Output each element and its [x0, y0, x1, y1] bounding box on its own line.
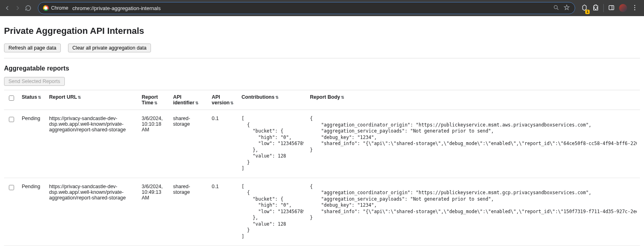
address-bar[interactable]: Chrome chrome://private-aggregation-inte…: [38, 2, 575, 14]
api-identifier-cell-value: shared-storage: [173, 116, 190, 127]
side-panel-icon[interactable]: [608, 4, 615, 12]
api-identifier-cell-value: shared-storage: [173, 184, 190, 195]
report-url-cell: https://privacy-sandcastle-dev-dsp.web.a…: [46, 178, 138, 246]
zoom-icon[interactable]: [553, 4, 559, 12]
col-header-report-time[interactable]: Report Time⇅: [138, 90, 170, 110]
api-identifier-cell: shared-storage: [170, 110, 208, 178]
report-url-cell-value: https://privacy-sandcastle-dev-dsp.web.a…: [49, 184, 126, 201]
url-text[interactable]: chrome://private-aggregation-internals: [72, 5, 549, 11]
contributions-cell: [ { "bucket": { "high": "0", "low": "123…: [238, 110, 307, 178]
report-body-cell: { "aggregation_coordinator_origin": "htt…: [307, 178, 640, 246]
row-checkbox-cell: [4, 178, 19, 246]
page-content: Private Aggregation API Internals Refres…: [0, 16, 644, 250]
sort-icon: ⇅: [230, 101, 233, 105]
contributions-cell: [ { "bucket": { "high": "0", "low": "123…: [238, 178, 307, 246]
extension-button[interactable]: 1: [581, 4, 588, 12]
api-version-cell-value: 0.1: [212, 116, 219, 121]
action-row: Refresh all page data Clear all private …: [4, 44, 640, 52]
contributions-cell-value: [ { "bucket": { "high": "0", "low": "123…: [242, 116, 303, 172]
svg-point-4: [634, 9, 635, 10]
table-header-row: Status⇅ Report URL⇅ Report Time⇅ API ide…: [4, 90, 640, 110]
report-url-cell: https://privacy-sandcastle-dev-dsp.web.a…: [46, 110, 138, 178]
report-time-cell-value: 3/6/2024, 10:49:13 AM: [142, 184, 163, 201]
select-all-checkbox[interactable]: [9, 95, 14, 101]
extensions-icon[interactable]: [592, 4, 599, 12]
api-version-cell: 0.1: [208, 110, 238, 178]
status-cell: Pending: [19, 110, 46, 178]
chrome-logo-icon: [43, 5, 49, 11]
svg-point-2: [634, 5, 635, 6]
clear-button[interactable]: Clear all private aggregation data: [68, 44, 151, 52]
status-cell-value: Pending: [22, 184, 40, 189]
report-time-cell: 3/6/2024, 10:49:13 AM: [138, 178, 170, 246]
row-checkbox[interactable]: [9, 117, 14, 122]
report-time-cell: 3/6/2024, 10:10:18 AM: [138, 110, 170, 178]
status-cell: Pending: [19, 178, 46, 246]
col-header-api-identifier[interactable]: API identifier⇅: [170, 90, 208, 110]
nav-buttons: [3, 4, 32, 12]
address-actions: [553, 4, 570, 12]
sort-icon: ⇅: [78, 95, 81, 100]
separator: [4, 58, 640, 58]
sort-icon: ⇅: [38, 95, 41, 100]
toolbar-right: 1: [578, 4, 641, 12]
col-header-report-body[interactable]: Report Body⇅: [307, 90, 640, 110]
reports-table: Status⇅ Report URL⇅ Report Time⇅ API ide…: [4, 90, 640, 246]
svg-point-3: [634, 7, 635, 8]
col-header-api-version[interactable]: API version⇅: [208, 90, 238, 110]
sort-icon: ⇅: [275, 95, 279, 100]
api-identifier-cell: shared-storage: [170, 178, 208, 246]
report-body-cell-value: { "aggregation_coordinator_origin": "htt…: [310, 184, 637, 221]
refresh-button[interactable]: Refresh all page data: [4, 44, 61, 52]
report-body-cell: { "aggregation_coordinator_origin": "htt…: [307, 110, 640, 178]
forward-button[interactable]: [14, 4, 22, 12]
svg-rect-1: [609, 5, 614, 10]
report-url-cell-value: https://privacy-sandcastle-dev-dsp.web.a…: [49, 116, 126, 133]
send-selected-button[interactable]: Send Selected Reports: [4, 77, 65, 86]
api-version-cell: 0.1: [208, 178, 238, 246]
row-checkbox[interactable]: [9, 185, 14, 190]
col-header-checkbox: [4, 90, 19, 110]
toolbar-divider: [603, 4, 604, 12]
profile-avatar[interactable]: [619, 4, 627, 12]
back-button[interactable]: [3, 4, 11, 12]
svg-point-0: [554, 5, 557, 8]
bookmark-icon[interactable]: [564, 4, 570, 12]
sort-icon: ⇅: [154, 101, 157, 105]
table-row: Pendinghttps://privacy-sandcastle-dev-ds…: [4, 110, 640, 178]
col-header-contributions[interactable]: Contributions⇅: [238, 90, 307, 110]
report-time-cell-value: 3/6/2024, 10:10:18 AM: [142, 116, 163, 133]
sort-icon: ⇅: [341, 95, 344, 100]
col-header-status[interactable]: Status⇅: [19, 90, 46, 110]
browser-toolbar: Chrome chrome://private-aggregation-inte…: [0, 0, 644, 16]
contributions-cell-value: [ { "bucket": { "high": "0", "low": "123…: [242, 184, 303, 240]
col-header-report-url[interactable]: Report URL⇅: [46, 90, 138, 110]
page-title: Private Aggregation API Internals: [4, 26, 640, 36]
site-chip[interactable]: Chrome: [43, 5, 68, 11]
reload-button[interactable]: [24, 4, 32, 12]
status-cell-value: Pending: [22, 116, 40, 121]
menu-icon[interactable]: [631, 4, 638, 12]
sort-icon: ⇅: [195, 101, 198, 105]
extension-badge: 1: [585, 10, 590, 14]
row-checkbox-cell: [4, 110, 19, 178]
table-row: Pendinghttps://privacy-sandcastle-dev-ds…: [4, 178, 640, 246]
send-row: Send Selected Reports: [4, 77, 640, 86]
api-version-cell-value: 0.1: [212, 184, 219, 189]
section-title: Aggregatable reports: [4, 65, 640, 72]
site-chip-label: Chrome: [51, 5, 68, 11]
report-body-cell-value: { "aggregation_coordinator_origin": "htt…: [310, 116, 637, 153]
